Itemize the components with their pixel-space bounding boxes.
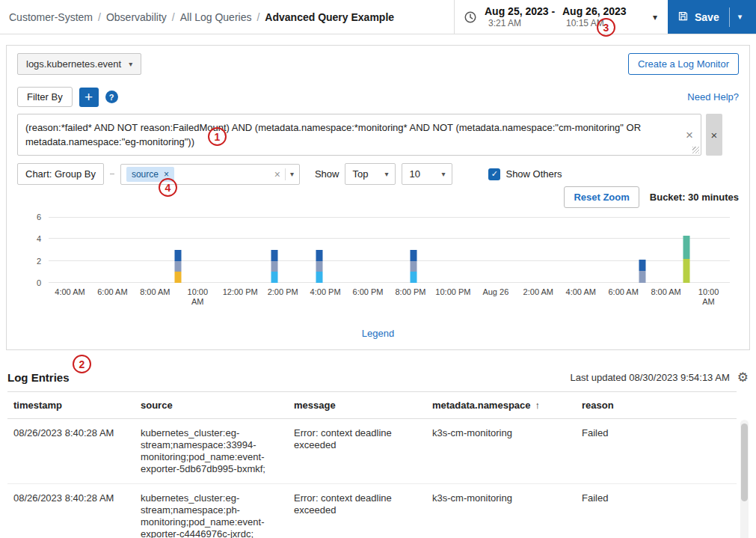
chart-bar[interactable] — [316, 250, 322, 283]
cell-timestamp: 08/26/2023 8:40:28 AM — [7, 484, 135, 538]
annotation-circle-1: 1 — [208, 127, 227, 146]
log-table: timestamp source message metadata.namesp… — [7, 391, 737, 538]
chart-x-tick-label: 8:00 AM — [134, 287, 176, 307]
save-button[interactable]: Save — [668, 0, 729, 34]
top-select[interactable]: Top ▾ — [345, 163, 396, 185]
chart-x-tick-label: 10:00 AM — [687, 287, 730, 307]
cell-message: Error: context deadline exceeded — [288, 419, 426, 484]
breadcrumb-separator: / — [256, 11, 259, 23]
cell-reason: Failed — [576, 484, 737, 538]
column-header-source[interactable]: source — [135, 392, 288, 419]
need-help-link[interactable]: Need Help? — [687, 91, 739, 103]
chart-x-tick-label: 6:00 PM — [347, 287, 390, 307]
breadcrumb-item-customer-system[interactable]: Customer-System — [9, 11, 93, 23]
chart-gridline — [49, 260, 730, 261]
reset-zoom-button[interactable]: Reset Zoom — [564, 186, 639, 208]
group-by-multiselect[interactable]: source × × ▾ — [120, 164, 300, 185]
chart-bar[interactable] — [639, 260, 646, 283]
table-scrollbar[interactable] — [740, 420, 749, 538]
clear-query-icon[interactable]: × — [686, 128, 693, 142]
query-input[interactable]: (reason:*failed* AND NOT reason:FailedMo… — [17, 114, 701, 156]
cell-namespace: k3s-cm-monitoring — [426, 484, 576, 538]
chart-bar-segment — [411, 261, 417, 272]
chevron-down-icon: ▾ — [384, 170, 388, 178]
log-entries-title: Log Entries — [7, 371, 70, 384]
end-date: Aug 26, 2023 — [562, 5, 644, 17]
save-dropdown-button[interactable]: ▾ — [730, 0, 751, 34]
chart-x-tick-label: 8:00 PM — [390, 287, 432, 307]
chart-gridline — [49, 282, 730, 283]
clear-multiselect-icon[interactable]: × — [274, 168, 280, 180]
log-table-wrap: timestamp source message metadata.namesp… — [7, 391, 749, 538]
chart-bar-segment — [316, 261, 322, 272]
column-header-timestamp[interactable]: timestamp — [7, 392, 135, 419]
time-range-picker[interactable]: Aug 25, 2023 - Aug 26, 2023 3:21 AM 10:1… — [454, 0, 668, 34]
chart-x-tick-label: 2:00 PM — [262, 287, 304, 307]
chart-x-axis: 4:00 AM6:00 AM8:00 AM10:00 AM12:00 PM2:0… — [49, 287, 730, 307]
column-header-message[interactable]: message — [288, 392, 426, 419]
chart-x-tick-label: Aug 26 — [474, 287, 517, 307]
chart-x-tick-label: 10:00 AM — [176, 287, 219, 307]
legend-toggle-link[interactable]: Legend — [362, 328, 394, 339]
scrollbar-thumb[interactable] — [741, 424, 748, 501]
chevron-down-icon[interactable]: ▾ — [290, 170, 294, 178]
log-table-body: 08/26/2023 8:40:28 AMkubernetes_cluster:… — [7, 419, 737, 538]
page: Customer-System / Observability / All Lo… — [0, 0, 756, 538]
chart: 0246 4:00 AM6:00 AM8:00 AM10:00 AM12:00 … — [17, 217, 739, 307]
breadcrumb-item-observability[interactable]: Observability — [106, 11, 167, 23]
show-others-checkbox[interactable]: ✓ — [488, 168, 500, 180]
start-time: 3:21 AM — [485, 18, 562, 28]
remove-query-row-button[interactable]: × — [706, 114, 722, 156]
cell-source: kubernetes_cluster:eg-stream;namespace:3… — [135, 419, 288, 484]
show-others-checkbox-wrap[interactable]: ✓ Show Others — [488, 168, 562, 180]
top-bar: Customer-System / Observability / All Lo… — [0, 0, 756, 34]
annotation-circle-3: 3 — [597, 18, 615, 37]
dataset-select[interactable]: logs.kubernetes.event ▾ — [17, 53, 141, 75]
chart-x-tick-label: 4:00 AM — [49, 287, 91, 307]
resize-handle[interactable] — [692, 147, 699, 153]
connector-line — [110, 174, 114, 174]
chart-bar-segment — [271, 261, 278, 272]
table-row[interactable]: 08/26/2023 8:40:28 AMkubernetes_cluster:… — [7, 419, 737, 484]
chevron-down-icon[interactable]: ▾ — [651, 12, 659, 22]
chart-bar-segment — [683, 236, 689, 259]
show-others-label: Show Others — [505, 168, 562, 180]
table-header-row: timestamp source message metadata.namesp… — [7, 392, 737, 419]
chart-bar-segment — [175, 272, 182, 283]
chart-bar[interactable] — [411, 250, 417, 283]
column-header-reason[interactable]: reason — [576, 392, 737, 419]
chart-x-tick-label: 6:00 AM — [91, 287, 134, 307]
cell-namespace: k3s-cm-monitoring — [426, 419, 576, 484]
bucket-label: Bucket: 30 minutes — [650, 192, 739, 203]
table-row[interactable]: 08/26/2023 8:40:28 AMkubernetes_cluster:… — [7, 484, 737, 538]
count-select[interactable]: 10 ▾ — [402, 163, 452, 185]
chart-x-tick-label: 6:00 AM — [602, 287, 645, 307]
breadcrumb-separator: / — [98, 11, 101, 23]
chart-x-tick-label: 12:00 PM — [219, 287, 262, 307]
chart-bar[interactable] — [683, 236, 689, 283]
chart-bar[interactable] — [175, 250, 182, 283]
add-filter-button[interactable]: + — [79, 88, 99, 107]
time-range-values: Aug 25, 2023 - Aug 26, 2023 3:21 AM 10:1… — [485, 5, 644, 28]
chart-x-tick-label: 2:00 AM — [517, 287, 559, 307]
chart-bar[interactable] — [271, 250, 278, 283]
breadcrumb-separator: / — [172, 11, 175, 23]
chart-x-tick-label: 4:00 AM — [559, 287, 602, 307]
chart-plot[interactable]: 0246 — [49, 217, 730, 283]
query-text: (reason:*failed* AND NOT reason:FailedMo… — [25, 122, 641, 147]
column-header-namespace[interactable]: metadata.namespace↑ — [426, 392, 576, 419]
dataset-select-value: logs.kubernetes.event — [26, 58, 121, 70]
help-icon[interactable]: ? — [105, 91, 118, 103]
chart-y-tick-label: 2 — [37, 257, 41, 266]
chart-bar-segment — [271, 250, 278, 261]
breadcrumb: Customer-System / Observability / All Lo… — [0, 0, 454, 34]
chart-bar-segment — [271, 272, 278, 283]
cell-timestamp: 08/26/2023 8:40:28 AM — [7, 419, 135, 484]
gear-icon[interactable]: ⚙ — [737, 371, 749, 384]
cell-source: kubernetes_cluster:eg-stream;namespace:p… — [135, 484, 288, 538]
breadcrumb-item-all-log-queries[interactable]: All Log Queries — [180, 11, 252, 23]
create-log-monitor-button[interactable]: Create a Log Monitor — [628, 53, 739, 75]
filter-by-button[interactable]: Filter By — [17, 87, 73, 107]
chevron-down-icon: ▾ — [441, 170, 445, 178]
chart-bar-segment — [639, 271, 646, 283]
